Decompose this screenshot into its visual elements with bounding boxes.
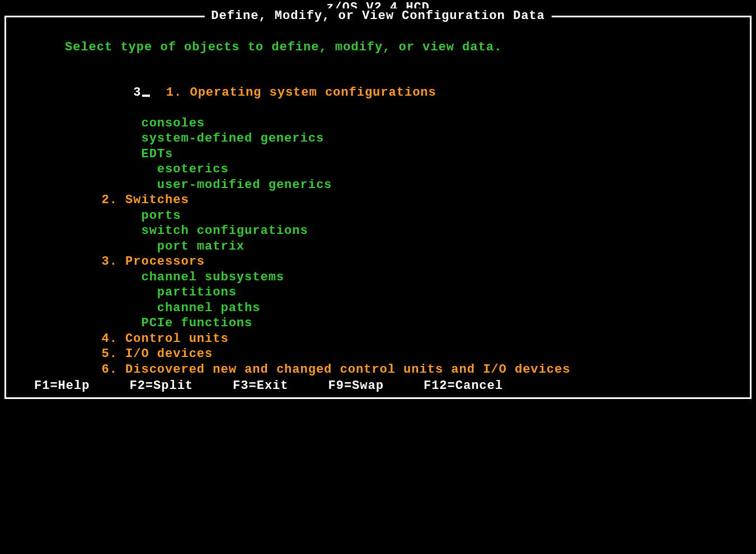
menu-item-1[interactable]: 1. Operating system configurations	[150, 86, 436, 100]
sub-sysdef-generics: system-defined generics	[6, 131, 750, 147]
sub-partitions: partitions	[6, 285, 750, 301]
sub-ports: ports	[6, 208, 750, 224]
menu-item-5[interactable]: 5. I/O devices	[6, 346, 750, 362]
menu-item-2[interactable]: 2. Switches	[6, 193, 750, 208]
fkey-exit[interactable]: F3=Exit	[233, 379, 288, 393]
fkey-cancel[interactable]: F12=Cancel	[424, 379, 503, 393]
panel-frame: Define, Modify, or View Configuration Da…	[4, 16, 752, 399]
sub-pcie-functions: PCIe functions	[6, 316, 750, 331]
sub-user-mod-generics: user-modified generics	[6, 177, 750, 193]
fkey-help[interactable]: F1=Help	[34, 379, 90, 393]
sub-esoterics: esoterics	[6, 162, 750, 177]
fkey-split[interactable]: F2=Split	[129, 379, 193, 393]
sub-edts: EDTs	[6, 147, 750, 162]
sub-port-matrix: port matrix	[6, 239, 750, 255]
menu-item-4[interactable]: 4. Control units	[6, 331, 750, 347]
fkey-swap[interactable]: F9=Swap	[328, 379, 384, 393]
panel-title: Define, Modify, or View Configuration Da…	[204, 8, 552, 24]
cursor-icon	[142, 95, 150, 97]
menu-item-3[interactable]: 3. Processors	[6, 254, 750, 270]
sub-switch-configs: switch configurations	[6, 223, 750, 239]
sub-consoles: consoles	[6, 116, 750, 132]
menu-item-6[interactable]: 6. Discovered new and changed control un…	[6, 362, 750, 378]
selection-input[interactable]: 3	[133, 86, 150, 100]
sub-channel-subsystems: channel subsystems	[6, 270, 750, 285]
function-keys: F1=Help F2=Split F3=Exit F9=Swap F12=Can…	[6, 377, 750, 394]
instruction-text: Select type of objects to define, modify…	[6, 40, 750, 55]
sub-channel-paths: channel paths	[6, 301, 750, 316]
